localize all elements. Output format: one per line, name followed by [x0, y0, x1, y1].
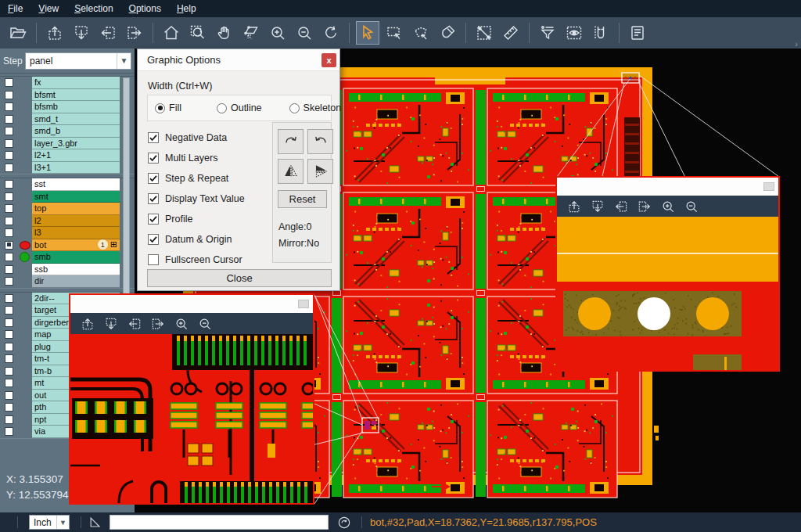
report-button[interactable]: [626, 21, 649, 45]
pan-hand-button[interactable]: [213, 21, 236, 45]
layer-visibility-checkbox[interactable]: [5, 343, 13, 351]
layer-visibility-checkbox[interactable]: [5, 367, 13, 376]
sync-icon[interactable]: [336, 515, 352, 530]
layer-name[interactable]: smd_t: [32, 113, 120, 126]
layer-visibility-checkbox[interactable]: [5, 151, 13, 160]
rect-select-button[interactable]: [383, 21, 406, 45]
layer-row-l2+1[interactable]: l2+1: [0, 149, 135, 162]
checkbox-display-text-value[interactable]: Display Text Value: [148, 189, 245, 209]
layer-visibility-checkbox[interactable]: [5, 306, 13, 315]
layer-row-ssb[interactable]: ssb: [0, 264, 135, 276]
measure-ruler-button[interactable]: [499, 21, 523, 45]
dialog-close-icon[interactable]: x: [321, 53, 336, 67]
layer-visibility-checkbox[interactable]: [5, 330, 13, 339]
view-options-button[interactable]: [562, 21, 586, 45]
layer-name[interactable]: layer_3.gbr: [32, 138, 120, 150]
layer-row-bfsmt[interactable]: bfsmt: [0, 89, 135, 102]
layer-row-layer_3.gbr[interactable]: layer_3.gbr: [0, 138, 135, 150]
layer-name[interactable]: ssb: [32, 264, 120, 276]
rotate-ccw-button[interactable]: [307, 129, 333, 154]
layer-visibility-checkbox[interactable]: [5, 164, 13, 172]
layer-name[interactable]: l2: [32, 215, 120, 228]
checkbox-profile[interactable]: Profile: [148, 209, 245, 229]
pan-right-button[interactable]: [635, 197, 654, 216]
menu-item-help[interactable]: Help: [169, 0, 204, 17]
layer-row-smb[interactable]: smb: [0, 251, 135, 264]
zoom-in-button[interactable]: [659, 197, 677, 216]
zoom-in-button[interactable]: [266, 21, 289, 45]
layer-visibility-checkbox[interactable]: [5, 391, 13, 400]
layer-visibility-checkbox[interactable]: [5, 294, 13, 303]
pan-left-button[interactable]: [612, 197, 630, 216]
menu-item-file[interactable]: File: [0, 0, 31, 17]
layer-name[interactable]: smb: [32, 251, 120, 264]
layer-row-dir[interactable]: dir: [0, 275, 135, 288]
layer-row-l3+1[interactable]: l3+1: [0, 162, 135, 174]
pan-down-button[interactable]: [588, 197, 607, 216]
layer-visibility-checkbox[interactable]: [5, 277, 13, 286]
menu-item-selection[interactable]: Selection: [66, 0, 120, 17]
layer-visibility-checkbox[interactable]: [5, 127, 13, 135]
layer-visibility-checkbox[interactable]: [5, 253, 13, 261]
layer-visibility-checkbox[interactable]: [5, 102, 13, 111]
layer-visibility-checkbox[interactable]: [5, 241, 13, 250]
layer-name[interactable]: top: [32, 203, 120, 215]
zoom-out-button[interactable]: [293, 21, 316, 45]
flip-vertical-button[interactable]: [307, 159, 333, 184]
radio-outline[interactable]: Outline: [213, 102, 262, 113]
layer-row-fx[interactable]: fx: [0, 77, 135, 89]
layer-name[interactable]: smd_b: [32, 125, 120, 138]
layer-visibility-checkbox[interactable]: [5, 180, 13, 189]
step-select[interactable]: panel ▼: [25, 52, 131, 70]
polygon-select-button[interactable]: [409, 21, 433, 45]
checkbox-multi-layers[interactable]: Multi Layers: [148, 148, 245, 168]
layer-row-smt[interactable]: smt: [0, 191, 135, 203]
layer-visibility-checkbox[interactable]: [5, 192, 13, 201]
snap-search-button[interactable]: [589, 21, 612, 45]
layer-name[interactable]: bfsmb: [32, 101, 120, 113]
layer-name[interactable]: smt: [32, 191, 120, 203]
layer-name[interactable]: dir: [32, 275, 120, 288]
command-input[interactable]: [110, 515, 329, 530]
select-cursor-button[interactable]: [356, 21, 379, 45]
layer-name[interactable]: bot1⊞: [32, 239, 120, 252]
radio-fill[interactable]: Fill: [151, 102, 181, 113]
layer-visibility-checkbox[interactable]: [5, 78, 13, 87]
magnifier-window-button[interactable]: [763, 182, 774, 191]
magnifier-window-button[interactable]: [298, 300, 309, 308]
magnifier-window-bottom-left[interactable]: [69, 293, 314, 505]
checkbox-fullscreen-cursor[interactable]: Fullscreen Cursor: [148, 250, 245, 270]
layer-row-bfsmb[interactable]: bfsmb: [0, 101, 135, 113]
layer-visibility-checkbox[interactable]: [5, 91, 13, 99]
checkbox-datum-origin[interactable]: Datum & Origin: [148, 229, 245, 250]
layer-name[interactable]: l3+1: [32, 162, 120, 174]
layer-name[interactable]: l3: [32, 227, 120, 239]
layer-name[interactable]: bfsmt: [32, 89, 120, 102]
layer-visibility-checkbox[interactable]: [5, 228, 13, 237]
layer-name[interactable]: fx: [32, 77, 120, 89]
zoom-previous-button[interactable]: [319, 21, 343, 45]
layer-visibility-checkbox[interactable]: [5, 379, 13, 387]
layer-visibility-checkbox[interactable]: [5, 354, 13, 363]
pan-up-button[interactable]: [78, 315, 97, 333]
layer-row-l3[interactable]: l3: [0, 227, 135, 239]
layer-visibility-checkbox[interactable]: [5, 139, 13, 148]
layer-visibility-checkbox[interactable]: [5, 415, 13, 424]
home-view-button[interactable]: [160, 21, 183, 45]
grid-icon[interactable]: ⊞: [110, 240, 117, 249]
layer-visibility-checkbox[interactable]: [5, 115, 13, 124]
checkbox-negative-data[interactable]: Negative Data: [148, 128, 245, 148]
pan-up-button[interactable]: [43, 21, 66, 45]
zoom-in-button[interactable]: [172, 315, 191, 333]
angle-mode-icon[interactable]: [88, 515, 103, 530]
layer-visibility-checkbox[interactable]: [5, 217, 13, 225]
measure-distance-button[interactable]: [472, 21, 496, 45]
close-button[interactable]: Close: [147, 269, 332, 287]
layer-row-smd_b[interactable]: smd_b: [0, 125, 135, 138]
zoom-window-button[interactable]: [186, 21, 210, 45]
layer-visibility-checkbox[interactable]: [5, 403, 13, 412]
layer-row-bot[interactable]: bot1⊞: [0, 239, 135, 252]
layer-row-l2[interactable]: l2: [0, 215, 135, 228]
open-folder-button[interactable]: [6, 21, 30, 45]
menu-item-options[interactable]: Options: [121, 0, 169, 17]
